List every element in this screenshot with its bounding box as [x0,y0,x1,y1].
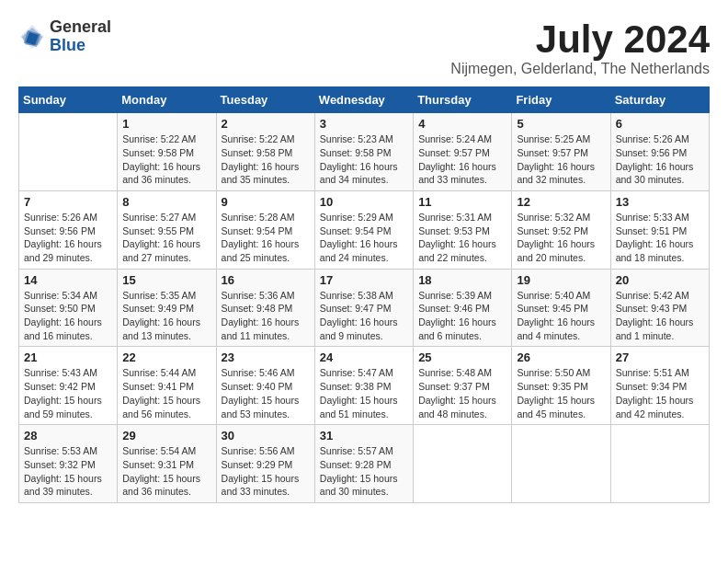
calendar-cell: 1Sunrise: 5:22 AM Sunset: 9:58 PM Daylig… [118,113,216,191]
day-info: Sunrise: 5:25 AM Sunset: 9:57 PM Dayligh… [517,132,605,187]
column-header-tuesday: Tuesday [216,87,314,113]
logo-text: General Blue [50,18,111,55]
day-info: Sunrise: 5:26 AM Sunset: 9:56 PM Dayligh… [24,211,112,265]
calendar-cell: 27Sunrise: 5:51 AM Sunset: 9:34 PM Dayli… [610,347,709,425]
day-number: 5 [517,117,605,131]
calendar-cell: 18Sunrise: 5:39 AM Sunset: 9:46 PM Dayli… [414,269,512,347]
calendar-cell: 16Sunrise: 5:36 AM Sunset: 9:48 PM Dayli… [216,269,314,347]
day-info: Sunrise: 5:50 AM Sunset: 9:35 PM Dayligh… [517,366,605,420]
day-info: Sunrise: 5:34 AM Sunset: 9:50 PM Dayligh… [24,289,112,343]
calendar-cell: 4Sunrise: 5:24 AM Sunset: 9:57 PM Daylig… [414,113,512,191]
calendar-cell: 3Sunrise: 5:23 AM Sunset: 9:58 PM Daylig… [314,113,413,191]
column-header-sunday: Sunday [19,87,118,113]
column-header-saturday: Saturday [610,87,709,113]
day-number: 25 [418,350,506,364]
day-info: Sunrise: 5:44 AM Sunset: 9:41 PM Dayligh… [122,366,210,420]
column-header-thursday: Thursday [414,87,512,113]
calendar-cell: 2Sunrise: 5:22 AM Sunset: 9:58 PM Daylig… [216,113,314,191]
logo: General Blue [18,18,111,55]
calendar-week-2: 7Sunrise: 5:26 AM Sunset: 9:56 PM Daylig… [19,190,710,269]
day-number: 24 [320,350,408,364]
day-info: Sunrise: 5:48 AM Sunset: 9:37 PM Dayligh… [418,366,506,420]
column-header-friday: Friday [512,87,610,113]
day-number: 3 [320,117,408,131]
calendar-cell: 25Sunrise: 5:48 AM Sunset: 9:37 PM Dayli… [414,347,512,425]
calendar-cell: 14Sunrise: 5:34 AM Sunset: 9:50 PM Dayli… [19,269,118,347]
day-number: 4 [418,117,506,131]
calendar-cell: 13Sunrise: 5:33 AM Sunset: 9:51 PM Dayli… [610,190,709,269]
day-number: 6 [616,117,704,131]
day-info: Sunrise: 5:32 AM Sunset: 9:52 PM Dayligh… [517,211,605,265]
day-info: Sunrise: 5:38 AM Sunset: 9:47 PM Dayligh… [320,289,408,343]
day-number: 10 [320,195,408,209]
day-info: Sunrise: 5:24 AM Sunset: 9:57 PM Dayligh… [418,132,506,187]
calendar-cell: 9Sunrise: 5:28 AM Sunset: 9:54 PM Daylig… [216,190,314,269]
calendar-cell: 7Sunrise: 5:26 AM Sunset: 9:56 PM Daylig… [19,190,118,269]
month-title: July 2024 [450,18,710,61]
day-info: Sunrise: 5:27 AM Sunset: 9:55 PM Dayligh… [122,211,210,265]
day-number: 16 [222,273,310,287]
day-info: Sunrise: 5:33 AM Sunset: 9:51 PM Dayligh… [616,211,704,265]
calendar-cell: 15Sunrise: 5:35 AM Sunset: 9:49 PM Dayli… [118,269,216,347]
day-number: 30 [222,429,310,442]
calendar-cell: 29Sunrise: 5:54 AM Sunset: 9:31 PM Dayli… [118,425,216,503]
day-info: Sunrise: 5:53 AM Sunset: 9:32 PM Dayligh… [24,444,112,499]
calendar-cell: 19Sunrise: 5:40 AM Sunset: 9:45 PM Dayli… [512,269,610,347]
calendar-week-5: 28Sunrise: 5:53 AM Sunset: 9:32 PM Dayli… [19,425,710,503]
day-number: 15 [122,273,210,287]
logo-general: General [50,18,111,37]
column-header-wednesday: Wednesday [314,87,413,113]
day-info: Sunrise: 5:47 AM Sunset: 9:38 PM Dayligh… [320,366,408,420]
day-number: 21 [24,350,112,364]
calendar-cell: 5Sunrise: 5:25 AM Sunset: 9:57 PM Daylig… [512,113,610,191]
day-info: Sunrise: 5:22 AM Sunset: 9:58 PM Dayligh… [222,132,310,187]
calendar-week-1: 1Sunrise: 5:22 AM Sunset: 9:58 PM Daylig… [19,113,710,191]
calendar-cell [610,425,709,503]
day-info: Sunrise: 5:46 AM Sunset: 9:40 PM Dayligh… [222,366,310,420]
day-number: 2 [222,117,310,131]
logo-icon [18,23,46,51]
title-section: July 2024 Nijmegen, Gelderland, The Neth… [450,18,710,77]
day-number: 26 [517,350,605,364]
day-number: 18 [418,273,506,287]
calendar-week-4: 21Sunrise: 5:43 AM Sunset: 9:42 PM Dayli… [19,347,710,425]
calendar-cell: 17Sunrise: 5:38 AM Sunset: 9:47 PM Dayli… [314,269,413,347]
calendar-table: SundayMondayTuesdayWednesdayThursdayFrid… [18,86,710,503]
day-info: Sunrise: 5:56 AM Sunset: 9:29 PM Dayligh… [222,444,310,499]
day-number: 31 [320,429,408,442]
day-number: 9 [222,195,310,209]
day-info: Sunrise: 5:43 AM Sunset: 9:42 PM Dayligh… [24,366,112,420]
day-info: Sunrise: 5:28 AM Sunset: 9:54 PM Dayligh… [222,211,310,265]
day-number: 11 [418,195,506,209]
calendar-cell: 10Sunrise: 5:29 AM Sunset: 9:54 PM Dayli… [314,190,413,269]
day-info: Sunrise: 5:23 AM Sunset: 9:58 PM Dayligh… [320,132,408,187]
header-row: SundayMondayTuesdayWednesdayThursdayFrid… [19,87,710,113]
day-info: Sunrise: 5:29 AM Sunset: 9:54 PM Dayligh… [320,211,408,265]
day-number: 19 [517,273,605,287]
calendar-cell: 31Sunrise: 5:57 AM Sunset: 9:28 PM Dayli… [314,425,413,503]
calendar-week-3: 14Sunrise: 5:34 AM Sunset: 9:50 PM Dayli… [19,269,710,347]
logo-blue: Blue [50,37,111,55]
calendar-cell: 22Sunrise: 5:44 AM Sunset: 9:41 PM Dayli… [118,347,216,425]
day-info: Sunrise: 5:35 AM Sunset: 9:49 PM Dayligh… [122,289,210,343]
day-number: 1 [122,117,210,131]
calendar-cell: 8Sunrise: 5:27 AM Sunset: 9:55 PM Daylig… [118,190,216,269]
calendar-cell: 30Sunrise: 5:56 AM Sunset: 9:29 PM Dayli… [216,425,314,503]
day-number: 8 [122,195,210,209]
column-header-monday: Monday [118,87,216,113]
calendar-cell [19,113,118,191]
day-number: 7 [24,195,112,209]
calendar-cell: 20Sunrise: 5:42 AM Sunset: 9:43 PM Dayli… [610,269,709,347]
calendar-cell: 28Sunrise: 5:53 AM Sunset: 9:32 PM Dayli… [19,425,118,503]
day-number: 27 [616,350,704,364]
calendar-cell: 6Sunrise: 5:26 AM Sunset: 9:56 PM Daylig… [610,113,709,191]
calendar-cell: 24Sunrise: 5:47 AM Sunset: 9:38 PM Dayli… [314,347,413,425]
day-number: 14 [24,273,112,287]
day-info: Sunrise: 5:22 AM Sunset: 9:58 PM Dayligh… [122,132,210,187]
day-info: Sunrise: 5:36 AM Sunset: 9:48 PM Dayligh… [222,289,310,343]
day-info: Sunrise: 5:57 AM Sunset: 9:28 PM Dayligh… [320,444,408,499]
day-number: 13 [616,195,704,209]
day-number: 22 [122,350,210,364]
day-number: 17 [320,273,408,287]
day-info: Sunrise: 5:26 AM Sunset: 9:56 PM Dayligh… [616,132,704,187]
